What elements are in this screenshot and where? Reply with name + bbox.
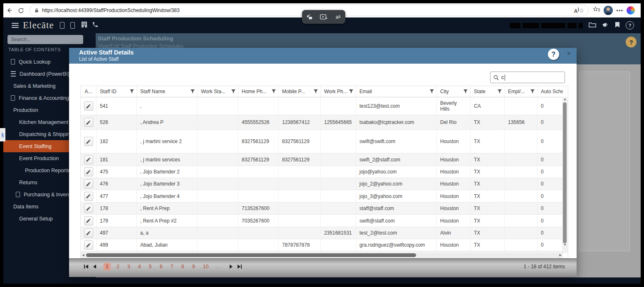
edit-button[interactable] bbox=[84, 228, 93, 238]
filter-icon[interactable] bbox=[498, 89, 502, 94]
picture-in-picture-icon[interactable] bbox=[304, 12, 314, 22]
building-icon[interactable] bbox=[81, 21, 88, 30]
pager-page-9[interactable]: 9 bbox=[190, 263, 197, 270]
page-help-icon[interactable]: ? bbox=[626, 37, 637, 47]
filter-icon[interactable] bbox=[191, 89, 195, 94]
favorite-star-icon[interactable]: ☆ bbox=[579, 7, 585, 14]
column-header-state[interactable]: State bbox=[471, 86, 505, 97]
filter-icon[interactable] bbox=[272, 89, 276, 94]
column-header-email[interactable]: Email bbox=[356, 86, 437, 97]
cell: 0 bbox=[537, 239, 563, 251]
column-header-empl[interactable]: Empl/... bbox=[505, 86, 537, 97]
header-help-icon[interactable]: ? bbox=[626, 21, 634, 30]
horizontal-scrollbar[interactable]: ◄ ► bbox=[81, 252, 563, 258]
edit-button[interactable] bbox=[84, 192, 93, 201]
cell: 0 bbox=[537, 227, 563, 239]
pager-page-2[interactable]: 2 bbox=[114, 263, 121, 270]
column-header-auto-sched[interactable]: Auto Sched bbox=[537, 86, 563, 97]
close-icon[interactable]: × bbox=[567, 50, 571, 57]
edit-button[interactable] bbox=[84, 137, 93, 146]
hamburger-menu-icon[interactable] bbox=[12, 23, 19, 28]
edit-button[interactable] bbox=[84, 204, 93, 213]
filter-icon[interactable] bbox=[130, 89, 134, 94]
column-header-a[interactable]: A... bbox=[81, 86, 97, 97]
column-header-city[interactable]: City bbox=[437, 86, 471, 97]
pager-page-10[interactable]: 10 bbox=[201, 263, 211, 270]
pager-page-8[interactable]: 8 bbox=[179, 263, 186, 270]
phone-icon[interactable] bbox=[92, 21, 99, 30]
cell bbox=[198, 203, 238, 214]
back-icon[interactable] bbox=[3, 5, 15, 16]
pager-page-4[interactable]: 4 bbox=[136, 263, 143, 270]
sidebar-item-label: Quick Lookup bbox=[19, 59, 50, 65]
cell bbox=[198, 115, 238, 129]
filter-icon[interactable] bbox=[463, 89, 468, 94]
pager-ellipsis[interactable]: ... bbox=[214, 263, 223, 270]
filter-icon[interactable] bbox=[349, 89, 353, 94]
pager-first-button[interactable] bbox=[84, 265, 88, 269]
column-header-staff-name[interactable]: Staff Name bbox=[137, 86, 198, 97]
cell: staff@staff.com bbox=[356, 203, 437, 214]
scroll-down-icon[interactable]: ▼ bbox=[562, 242, 568, 247]
filter-icon[interactable] bbox=[314, 89, 318, 94]
vertical-scroll-thumb[interactable] bbox=[563, 102, 567, 243]
column-header-staff-id[interactable]: Staff ID bbox=[97, 86, 137, 97]
horizontal-scroll-thumb[interactable] bbox=[86, 253, 416, 257]
pager-page-3[interactable]: 3 bbox=[125, 263, 132, 270]
edit-button[interactable] bbox=[84, 101, 93, 111]
video-autoplay-icon[interactable] bbox=[319, 12, 329, 22]
cell bbox=[505, 227, 537, 239]
edit-button[interactable] bbox=[84, 216, 93, 225]
cell: 178 bbox=[97, 203, 137, 214]
refresh-icon[interactable] bbox=[15, 5, 27, 16]
cell bbox=[198, 97, 238, 115]
edit-button[interactable] bbox=[84, 179, 93, 188]
folder-icon[interactable] bbox=[589, 22, 596, 29]
pager-page-5[interactable]: 5 bbox=[147, 263, 154, 270]
pencil-icon bbox=[86, 139, 91, 144]
browser-menu-icon[interactable]: ••• bbox=[616, 7, 623, 14]
box-icon bbox=[16, 192, 20, 197]
column-header-home-ph[interactable]: Home Ph... bbox=[238, 86, 279, 97]
stray-link[interactable]: k bbox=[0, 128, 5, 141]
modal-help-icon[interactable]: ? bbox=[548, 49, 559, 60]
copilot-icon[interactable] bbox=[627, 6, 635, 15]
avatar[interactable] bbox=[604, 6, 613, 15]
scroll-up-icon[interactable]: ▲ bbox=[562, 97, 568, 102]
vertical-scrollbar[interactable]: ▲ ▼ bbox=[562, 97, 568, 253]
pager-next-button[interactable] bbox=[230, 265, 233, 269]
device-icon-2[interactable] bbox=[70, 22, 75, 29]
column-header-work-ph[interactable]: Work Ph... bbox=[321, 86, 356, 97]
pager-prev-button[interactable] bbox=[93, 265, 96, 269]
cell bbox=[198, 166, 238, 178]
announcement-icon[interactable] bbox=[602, 22, 609, 30]
edit-button[interactable] bbox=[84, 167, 93, 176]
scroll-right-icon[interactable]: ► bbox=[558, 252, 563, 258]
cell: 526 bbox=[97, 115, 137, 129]
bookmark-icon[interactable] bbox=[615, 22, 620, 30]
cell: Del Rio bbox=[437, 115, 471, 129]
edit-button[interactable] bbox=[84, 155, 93, 164]
filter-icon[interactable] bbox=[430, 89, 434, 94]
cell bbox=[505, 166, 537, 178]
filter-icon[interactable] bbox=[530, 89, 535, 94]
read-aloud-icon[interactable]: A) bbox=[574, 7, 579, 14]
pager-last-button[interactable] bbox=[238, 265, 242, 269]
favorites-bar-icon[interactable] bbox=[593, 6, 600, 15]
translate-icon[interactable]: aǎ bbox=[333, 12, 343, 22]
pager-page-1[interactable]: 1 bbox=[104, 263, 111, 270]
grid-search-input[interactable] bbox=[490, 72, 565, 83]
box-icon bbox=[11, 95, 15, 101]
column-header-mobile-p[interactable]: Mobile P... bbox=[279, 86, 321, 97]
column-header-work-sta[interactable]: Work Sta... bbox=[198, 86, 238, 97]
edit-button[interactable] bbox=[84, 118, 93, 127]
pager-page-6[interactable]: 6 bbox=[158, 263, 165, 270]
sidebar-search-input[interactable] bbox=[7, 35, 83, 44]
edit-button[interactable] bbox=[84, 240, 93, 250]
cell bbox=[279, 227, 321, 239]
scroll-left-icon[interactable]: ◄ bbox=[81, 252, 86, 258]
pager-page-7[interactable]: 7 bbox=[168, 263, 176, 270]
filter-icon[interactable] bbox=[231, 89, 235, 94]
cell bbox=[198, 190, 238, 202]
device-icon[interactable] bbox=[60, 22, 64, 29]
